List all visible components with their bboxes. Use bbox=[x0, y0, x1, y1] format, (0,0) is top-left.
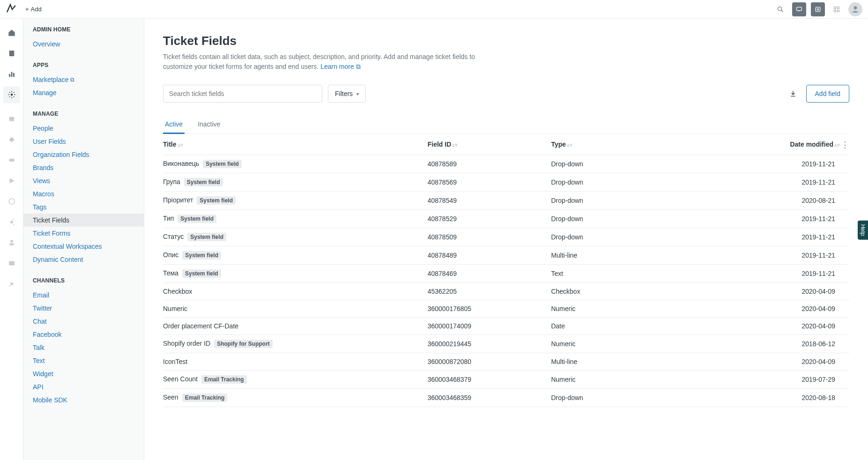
row-date: 2020-06-18 bbox=[671, 407, 849, 408]
sidebar-item-label: Marketplace bbox=[33, 76, 68, 83]
sidebar-item-label: Email bbox=[33, 291, 49, 299]
learn-more-link[interactable]: Learn more ⧉ bbox=[320, 63, 360, 70]
views-icon[interactable] bbox=[3, 45, 20, 62]
system-badge: System field bbox=[182, 251, 221, 260]
sidebar-item[interactable]: Text bbox=[23, 354, 144, 367]
rail-icon-6[interactable] bbox=[3, 131, 20, 148]
col-type[interactable]: Type▵▿ bbox=[547, 134, 671, 155]
table-row[interactable]: СтатусSystem field40878509Drop-down2019-… bbox=[163, 228, 849, 246]
sidebar-item[interactable]: Brands bbox=[23, 161, 144, 174]
table-row[interactable]: IconTest360000872080Multi-line2020-04-09 bbox=[163, 353, 849, 371]
toolbar: Filters ▾ Add field bbox=[163, 85, 849, 103]
download-icon[interactable] bbox=[786, 86, 801, 101]
sidebar-item[interactable]: People bbox=[23, 122, 144, 135]
sidebar-item[interactable]: Ticket Fields bbox=[23, 214, 144, 227]
row-type: Date bbox=[547, 318, 671, 335]
row-type: Multi-line bbox=[547, 246, 671, 265]
svg-point-19 bbox=[10, 240, 13, 243]
sidebar-item[interactable]: Views bbox=[23, 174, 144, 187]
home-icon[interactable] bbox=[3, 24, 20, 41]
row-id: 360000872080 bbox=[424, 353, 548, 371]
sidebar-item[interactable]: Mobile SDK bbox=[23, 393, 144, 407]
sidebar-item[interactable]: Contextual Workspaces bbox=[23, 240, 144, 253]
search-icon[interactable] bbox=[773, 2, 787, 16]
table-row[interactable]: ГрупаSystem field40878569Drop-down2019-1… bbox=[163, 173, 849, 192]
rail-icon-5[interactable] bbox=[3, 111, 20, 127]
sidebar-item[interactable]: Email bbox=[23, 289, 144, 302]
reports-icon[interactable] bbox=[3, 66, 20, 82]
sidebar-item[interactable]: Overview bbox=[23, 37, 144, 51]
table-row[interactable]: Order placement CF-Date360000174009Date2… bbox=[163, 318, 849, 335]
table-row[interactable]: Numeric360000176805Numeric2020-04-09 bbox=[163, 300, 849, 318]
table-row[interactable]: Shopify order IDShopify for Support36000… bbox=[163, 335, 849, 353]
system-badge: System field bbox=[184, 178, 223, 186]
rail-icon-12[interactable] bbox=[3, 255, 20, 272]
row-title: Order placement CF-Date bbox=[163, 322, 238, 330]
row-id: 40878489 bbox=[424, 246, 548, 265]
sidebar-item[interactable]: Ticket Forms bbox=[23, 227, 144, 240]
sidebar-item[interactable]: Facebook bbox=[23, 328, 144, 341]
tab-active[interactable]: Active bbox=[163, 116, 185, 134]
sidebar-item-label: Chat bbox=[33, 318, 47, 325]
table-more-icon[interactable]: ⋮ bbox=[841, 140, 849, 150]
close-panel-icon[interactable] bbox=[811, 2, 825, 16]
sidebar-item[interactable]: User Fields bbox=[23, 135, 144, 148]
table-row[interactable]: ТемаSystem field40878469Text2019-11-21 bbox=[163, 265, 849, 283]
table-row[interactable]: ПріоритетSystem field40878549Drop-down20… bbox=[163, 192, 849, 210]
add-button[interactable]: + Add bbox=[25, 6, 42, 13]
tab-inactive[interactable]: Inactive bbox=[196, 116, 222, 134]
sidebar-item[interactable]: Organization Fields bbox=[23, 148, 144, 161]
row-title: Seen bbox=[163, 393, 178, 401]
rail-icon-9[interactable] bbox=[3, 193, 20, 210]
table-row[interactable]: SeenEmail Tracking360003468359Drop-down2… bbox=[163, 389, 849, 407]
row-id: 45362205 bbox=[424, 283, 548, 300]
sidebar-item[interactable]: Chat bbox=[23, 315, 144, 328]
sidebar-item[interactable]: Marketplace⧉ bbox=[23, 73, 144, 86]
table-row[interactable]: Seen CountEmail Tracking360003468379Nume… bbox=[163, 371, 849, 389]
rail-icon-10[interactable] bbox=[3, 214, 20, 230]
sidebar-item[interactable]: Macros bbox=[23, 187, 144, 200]
sidebar-item-label: Twitter bbox=[33, 304, 52, 312]
apps-grid-icon[interactable] bbox=[830, 2, 844, 16]
sidebar-item[interactable]: Tags bbox=[23, 200, 144, 214]
col-field-id[interactable]: Field ID▵▿ bbox=[424, 134, 548, 155]
system-badge: System field bbox=[197, 196, 236, 205]
filters-button[interactable]: Filters ▾ bbox=[328, 85, 366, 103]
row-id: 40878509 bbox=[424, 228, 548, 246]
row-type: Drop-down bbox=[547, 210, 671, 228]
svg-point-22 bbox=[10, 282, 13, 285]
table-row[interactable]: ОписSystem field40878489Multi-line2019-1… bbox=[163, 246, 849, 265]
table-row[interactable]: ReqReq360008180299Multi-line2020-06-18 bbox=[163, 407, 849, 408]
rail-icon-11[interactable] bbox=[3, 234, 20, 251]
search-input[interactable] bbox=[163, 85, 322, 103]
avatar[interactable] bbox=[848, 2, 862, 16]
sidebar-item[interactable]: Dynamic Content bbox=[23, 253, 144, 266]
svg-rect-4 bbox=[834, 7, 836, 8]
row-date: 2019-11-21 bbox=[671, 265, 849, 283]
rail-icon-13[interactable] bbox=[3, 275, 20, 292]
add-field-button[interactable]: Add field bbox=[806, 85, 849, 103]
table-row[interactable]: ТипSystem field40878529Drop-down2019-11-… bbox=[163, 210, 849, 228]
table-row[interactable]: ВиконавецьSystem field40878589Drop-down2… bbox=[163, 155, 849, 173]
chat-icon[interactable] bbox=[792, 2, 806, 16]
settings-icon[interactable] bbox=[3, 86, 20, 103]
sidebar-item[interactable]: API bbox=[23, 380, 144, 393]
row-date: 2019-11-21 bbox=[671, 246, 849, 265]
rail-icon-7[interactable] bbox=[3, 152, 20, 169]
rail-icon-8[interactable] bbox=[3, 172, 20, 189]
help-tab[interactable]: Help bbox=[858, 221, 868, 240]
col-title[interactable]: Title▵▿ bbox=[163, 134, 424, 155]
sidebar-item[interactable]: Twitter bbox=[23, 302, 144, 315]
table-row[interactable]: Checkbox45362205Checkbox2020-04-09 bbox=[163, 283, 849, 300]
row-type: Text bbox=[547, 265, 671, 283]
col-date-modified[interactable]: Date modified▵▿ bbox=[671, 134, 849, 155]
logo-icon bbox=[6, 3, 17, 15]
sidebar-item[interactable]: Widget bbox=[23, 367, 144, 380]
row-date: 2020-04-09 bbox=[671, 353, 849, 371]
sidebar-item-label: Tags bbox=[33, 203, 47, 211]
sidebar-item[interactable]: Talk bbox=[23, 341, 144, 354]
sidebar-item[interactable]: Manage bbox=[23, 86, 144, 99]
sidebar-heading: APPS bbox=[23, 62, 144, 73]
svg-point-8 bbox=[854, 6, 857, 9]
page-title: Ticket Fields bbox=[163, 34, 849, 48]
